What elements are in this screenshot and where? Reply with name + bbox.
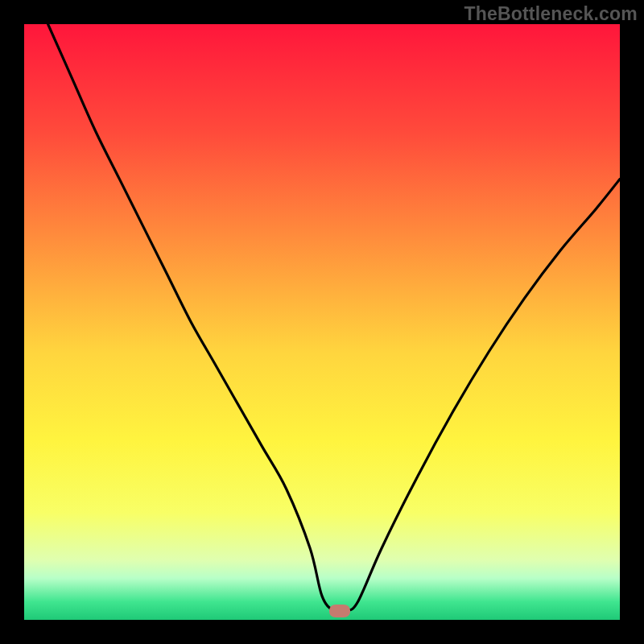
chart-frame: TheBottleneck.com	[0, 0, 644, 644]
optimum-marker	[329, 605, 350, 617]
gradient-background	[24, 24, 620, 620]
watermark-label: TheBottleneck.com	[464, 3, 638, 25]
plot-svg	[24, 24, 620, 620]
plot-area	[24, 24, 620, 620]
